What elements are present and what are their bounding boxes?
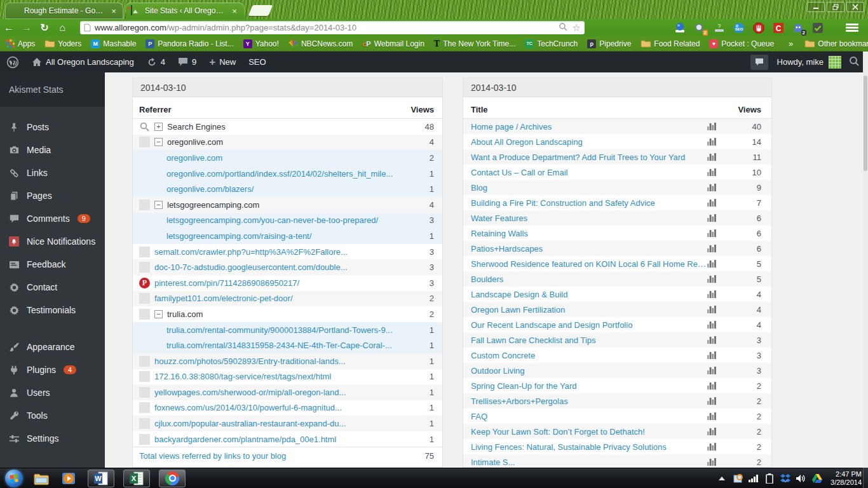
file-explorer-icon[interactable] bbox=[32, 470, 51, 487]
title-link[interactable]: Fall Lawn Care Checklist and Tips bbox=[471, 336, 707, 345]
title-link[interactable]: Our Recent Landscape and Design Portfoli… bbox=[471, 320, 707, 330]
reload-icon[interactable]: ↻ bbox=[36, 22, 53, 34]
search-icon[interactable] bbox=[849, 56, 859, 68]
referrer-link[interactable]: familypet101.com/electronic-pet-door/ bbox=[154, 294, 412, 303]
c-square-extension-icon[interactable]: C bbox=[773, 22, 784, 34]
chart-bars-icon[interactable] bbox=[707, 244, 717, 253]
check-shield-extension-icon[interactable] bbox=[812, 22, 824, 34]
new-tab-button[interactable] bbox=[248, 5, 273, 16]
dropbox-icon[interactable] bbox=[780, 473, 790, 484]
title-link[interactable]: Oregon Lawn Fertilization bbox=[471, 305, 707, 315]
sidebar-item-users[interactable]: Users bbox=[0, 381, 105, 404]
title-link[interactable]: FAQ bbox=[471, 412, 707, 421]
bookmark-star-icon[interactable]: ☆ bbox=[573, 22, 581, 34]
title-link[interactable]: Building a Fire Pit: Construction and Sa… bbox=[471, 198, 707, 208]
sidebar-item-links[interactable]: Links bbox=[0, 161, 105, 184]
updates-link[interactable]: 4 bbox=[140, 51, 172, 72]
chart-bars-icon[interactable] bbox=[707, 396, 717, 405]
bookmark-techcrunch[interactable]: TCTechCrunch bbox=[525, 39, 578, 48]
title-link[interactable]: Intimate S... bbox=[471, 458, 707, 467]
chart-bars-icon[interactable] bbox=[707, 290, 717, 299]
bookmark-apps[interactable]: Apps bbox=[6, 39, 35, 48]
zoom-icon[interactable] bbox=[559, 22, 567, 33]
sidebar-item-feedback[interactable]: Feedback bbox=[0, 253, 105, 276]
sidebar-item-contact[interactable]: Contact bbox=[0, 276, 105, 299]
title-link[interactable]: Living Fences: Natural, Sustainable Priv… bbox=[471, 442, 707, 452]
title-link[interactable]: Keep Your Lawn Soft: Don’t Forget to Det… bbox=[471, 427, 707, 437]
ghost-extension-icon[interactable]: 2 bbox=[792, 22, 804, 34]
expander-plus-icon[interactable]: + bbox=[154, 123, 163, 131]
google-drive-icon[interactable] bbox=[812, 473, 822, 484]
magnifier-extension-icon[interactable]: 2 bbox=[694, 22, 705, 34]
bookmark-yoders[interactable]: Yoders bbox=[44, 39, 81, 48]
bookmark-mashable[interactable]: MMashable bbox=[91, 39, 136, 48]
chart-bars-icon[interactable] bbox=[707, 229, 717, 238]
tab-close-icon[interactable]: × bbox=[109, 6, 118, 16]
bookmark-pocket-queue[interactable]: ♥Pocket : Queue bbox=[709, 39, 774, 48]
network-icon[interactable] bbox=[749, 473, 759, 484]
referrer-link[interactable]: yellowpages.com/sherwood-or/mip/all-oreg… bbox=[154, 388, 412, 397]
chart-bars-icon[interactable] bbox=[707, 168, 717, 177]
referrer-link[interactable]: oregonlive.com/blazers/ bbox=[166, 184, 412, 194]
bookmark-the-new-york-time[interactable]: TThe New York Time... bbox=[434, 39, 515, 49]
bookmark-nbcnews-com[interactable]: NBCNews.com bbox=[288, 39, 353, 48]
chart-bars-icon[interactable] bbox=[707, 152, 717, 161]
title-link[interactable]: Home page / Archives bbox=[471, 122, 707, 132]
total-views-link[interactable]: Total views referred by links to your bl… bbox=[139, 451, 425, 461]
taskbar-clock[interactable]: 2:47 PM 3/28/2014 bbox=[831, 470, 862, 487]
chart-bars-icon[interactable] bbox=[707, 351, 717, 360]
title-link[interactable]: Landscape Design & Build bbox=[471, 290, 707, 299]
chart-bars-icon[interactable] bbox=[707, 214, 717, 222]
notification-bubble-icon[interactable] bbox=[750, 55, 768, 70]
blue-orb-extension-icon[interactable] bbox=[674, 22, 686, 34]
chart-bars-icon[interactable] bbox=[707, 427, 717, 436]
referrer-link[interactable]: backyardgardener.com/plantname/pda_00e1.… bbox=[154, 435, 412, 444]
title-link[interactable]: Trellises+Arbors+Pergolas bbox=[471, 396, 707, 406]
start-button[interactable] bbox=[5, 470, 23, 487]
referrer-link[interactable]: foxnews.com/us/2014/03/10/powerful-6-mag… bbox=[154, 403, 412, 412]
chart-bars-icon[interactable] bbox=[707, 122, 717, 131]
back-icon[interactable]: ← bbox=[0, 22, 18, 34]
tray-expand-icon[interactable] bbox=[717, 473, 727, 484]
chart-bars-icon[interactable] bbox=[707, 305, 717, 314]
sidebar-item-testimonials[interactable]: Testimonials bbox=[0, 299, 105, 322]
seo-menu[interactable]: SEO bbox=[242, 51, 272, 72]
minimize-button[interactable] bbox=[807, 2, 825, 12]
title-link[interactable]: Patios+Hardscapes bbox=[471, 244, 707, 254]
sidebar-item-akismet-stats[interactable]: Akismet Stats bbox=[0, 72, 105, 107]
tab-close-icon[interactable]: × bbox=[230, 6, 239, 16]
chart-bars-icon[interactable] bbox=[707, 320, 717, 329]
tray-question-extension-icon[interactable]: ? bbox=[714, 22, 725, 34]
bookmark-food-related[interactable]: Food Related bbox=[641, 39, 700, 48]
page-scrollbar[interactable] bbox=[863, 51, 868, 468]
expander-minus-icon[interactable]: − bbox=[154, 201, 163, 209]
chart-bars-icon[interactable] bbox=[707, 366, 717, 375]
referrer-link[interactable]: letsgogreencamping.com/raising-a-tent/ bbox=[166, 231, 412, 241]
sidebar-item-plugins[interactable]: Plugins4 bbox=[0, 358, 105, 381]
bookmarks-overflow-icon[interactable]: » bbox=[789, 39, 793, 48]
bookmark-pipedrive[interactable]: pPipedrive bbox=[587, 39, 631, 48]
sidebar-item-appearance[interactable]: Appearance bbox=[0, 336, 105, 358]
chart-bars-icon[interactable] bbox=[707, 259, 717, 268]
close-button[interactable] bbox=[846, 2, 864, 12]
sidebar-item-media[interactable]: Media bbox=[0, 139, 105, 161]
chart-bars-icon[interactable] bbox=[707, 336, 717, 344]
title-link[interactable]: Retaining Walls bbox=[471, 229, 707, 238]
wp-logo-icon[interactable] bbox=[0, 51, 25, 72]
referrer-link[interactable]: cjlux.com/popular-australian-restaurant-… bbox=[154, 419, 412, 428]
forward-icon[interactable]: → bbox=[18, 22, 36, 34]
chart-bars-icon[interactable] bbox=[707, 381, 717, 390]
referrer-link[interactable]: 172.16.0.38:8080/tag-service/rest/tags/n… bbox=[154, 372, 412, 381]
referrer-link[interactable]: semalt.com/crawler.php?u=http%3A%2F%2Fal… bbox=[154, 247, 412, 257]
comments-link[interactable]: 9 bbox=[172, 51, 203, 72]
other-bookmarks[interactable]: Other bookmarks bbox=[804, 39, 868, 48]
seo-ball-extension-icon[interactable]: SEO bbox=[733, 22, 745, 34]
new-content-link[interactable]: + New bbox=[203, 51, 242, 72]
referrer-link[interactable]: trulia.com/rental-community/9000013884/P… bbox=[166, 325, 412, 335]
media-player-icon[interactable] bbox=[60, 470, 79, 487]
menu-icon[interactable] bbox=[845, 22, 859, 33]
expander-minus-icon[interactable]: − bbox=[154, 138, 163, 146]
referrer-link[interactable]: trulia.com/rental/3148315958-2434-NE-4th… bbox=[166, 341, 412, 350]
volume-icon[interactable] bbox=[796, 473, 806, 484]
bookmark-pandora-radio-list[interactable]: PPandora Radio - List... bbox=[146, 39, 233, 48]
